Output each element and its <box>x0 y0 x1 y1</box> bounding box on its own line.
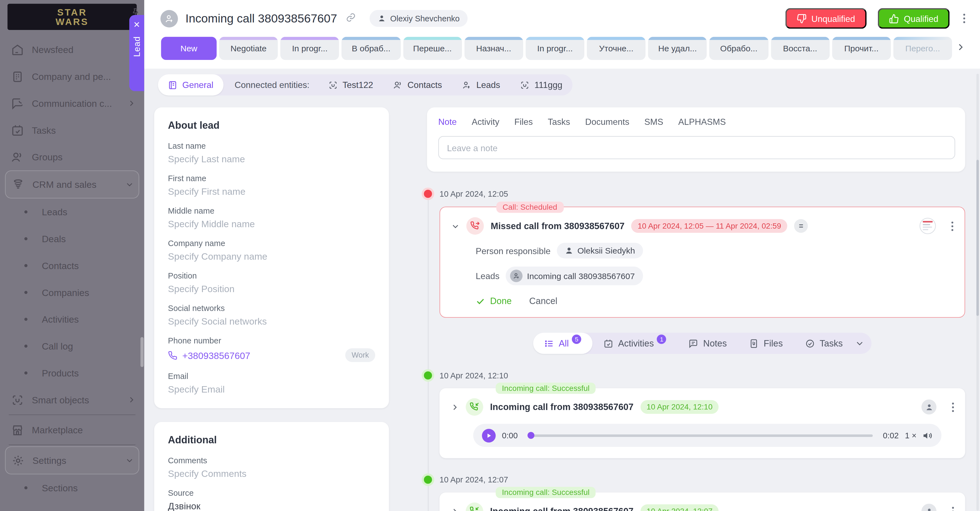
phone-number-link[interactable]: +380938567607 <box>168 350 250 360</box>
last-name-field[interactable]: Specify Last name <box>168 154 375 164</box>
filter-files[interactable]: Files <box>738 333 794 354</box>
sidebar-item-settings[interactable]: Settings <box>5 446 139 474</box>
lead-drawer-tab[interactable]: ✕ Lead <box>129 15 144 91</box>
done-button[interactable]: Done <box>476 296 512 306</box>
stage-chip[interactable]: Переше... <box>403 37 462 60</box>
sidebar-scrollbar[interactable] <box>140 337 143 367</box>
stage-chip[interactable]: Уточне... <box>587 37 646 60</box>
sidebar-item-tasks[interactable]: Tasks <box>0 117 144 144</box>
sidebar-item-marketplace[interactable]: Marketplace <box>0 416 144 443</box>
tab-sms[interactable]: SMS <box>644 117 663 127</box>
tab-files[interactable]: Files <box>514 117 533 127</box>
playback-speed[interactable]: 1 × <box>905 431 916 440</box>
filter-all[interactable]: All 5 <box>533 333 593 354</box>
filter-more-icon[interactable] <box>855 339 864 348</box>
first-name-field[interactable]: Specify First name <box>168 186 375 197</box>
sidebar-item-company-and-people[interactable]: Company and pe... <box>0 63 144 90</box>
tab-test122[interactable]: Test122 <box>318 74 383 96</box>
sidebar-item-contacts[interactable]: Contacts <box>0 252 144 279</box>
social-networks-field[interactable]: Specify Social networks <box>168 316 375 326</box>
lead-tab-label: Lead <box>132 37 142 57</box>
email-field[interactable]: Specify Email <box>168 384 375 395</box>
collapse-icon[interactable] <box>452 222 460 230</box>
tab-note[interactable]: Note <box>438 117 457 127</box>
lead-reference-chip[interactable]: Incoming call 380938567607 <box>506 267 643 285</box>
company-name-field[interactable]: Specify Company name <box>168 251 375 262</box>
tab-leads[interactable]: Leads <box>452 74 510 96</box>
sidebar-item-label: Marketplace <box>32 425 83 435</box>
funnel-layers-icon <box>12 178 24 191</box>
play-button[interactable] <box>482 428 496 443</box>
sidebar-item-communication[interactable]: Communication c... <box>0 90 144 117</box>
tab-documents[interactable]: Documents <box>585 117 629 127</box>
tab-general[interactable]: General <box>158 74 223 96</box>
smart-object-icon <box>328 80 338 89</box>
bullet-icon <box>24 345 27 348</box>
position-field[interactable]: Specify Position <box>168 283 375 294</box>
stage-chip[interactable]: Назнач... <box>464 37 523 60</box>
sidebar-item-leads[interactable]: Leads <box>0 199 144 226</box>
tab-label: 111ggg <box>535 80 562 90</box>
card-more-menu-icon[interactable] <box>952 402 954 412</box>
filter-activities[interactable]: Activities 1 <box>593 333 678 354</box>
qualified-button[interactable]: Qualified <box>878 8 950 29</box>
tab-activity[interactable]: Activity <box>472 117 500 127</box>
cancel-button[interactable]: Cancel <box>529 296 557 306</box>
stage-chip[interactable]: In progr... <box>525 37 584 60</box>
middle-name-field[interactable]: Specify Middle name <box>168 219 375 229</box>
sidebar-item-smart-objects[interactable]: Smart objects <box>0 387 144 413</box>
unqualified-button[interactable]: Unqualified <box>785 8 867 29</box>
tab-tasks[interactable]: Tasks <box>548 117 570 127</box>
source-field[interactable]: Дзвінок <box>168 501 375 511</box>
card-more-menu-icon[interactable] <box>952 506 954 511</box>
note-input[interactable] <box>438 136 955 159</box>
volume-icon[interactable] <box>923 430 933 440</box>
sidebar-item-products[interactable]: Products <box>0 360 144 387</box>
comments-field[interactable]: Specify Comments <box>168 468 375 479</box>
qualified-label: Qualified <box>904 13 938 23</box>
call-title: Missed call from 380938567607 <box>491 221 625 231</box>
sidebar-item-call-log[interactable]: Call log <box>0 333 144 360</box>
stage-chip[interactable]: В обраб... <box>342 37 401 60</box>
seek-slider[interactable] <box>528 434 873 437</box>
header-more-menu-icon[interactable] <box>963 14 965 23</box>
person-icon <box>925 403 933 411</box>
filter-tasks[interactable]: Tasks <box>794 333 854 354</box>
sidebar-item-groups[interactable]: Groups <box>0 144 144 170</box>
person-responsible-chip[interactable]: Oleksii Siedykh <box>557 243 643 258</box>
sidebar-item-crm-and-sales[interactable]: CRM and sales <box>5 170 139 198</box>
tab-alphasms[interactable]: ALPHASMS <box>678 117 726 127</box>
owner-chip[interactable]: Olexiy Shevchenko <box>369 10 468 27</box>
sidebar-item-newsfeed[interactable]: Newsfeed <box>0 37 144 63</box>
tab-contacts[interactable]: Contacts <box>383 74 452 96</box>
description-icon[interactable]: = <box>794 219 808 233</box>
window-scrollbar[interactable] <box>977 74 979 511</box>
sidebar-item-deals[interactable]: Deals <box>0 225 144 252</box>
person-name: Oleksii Siedykh <box>578 246 635 256</box>
workspace-logo[interactable]: STAR WARS <box>8 4 137 30</box>
stage-chip[interactable]: In progr... <box>280 37 339 60</box>
stage-chip[interactable]: Восста... <box>771 37 830 60</box>
sidebar-item-activities[interactable]: Activities <box>0 306 144 333</box>
sidebar-item-companies[interactable]: Companies <box>0 279 144 306</box>
sidebar-item-label: Companies <box>42 287 89 298</box>
expand-icon[interactable] <box>451 403 459 411</box>
close-icon[interactable]: ✕ <box>133 21 140 29</box>
tab-111ggg[interactable]: 111ggg <box>510 74 573 96</box>
stage-chip[interactable]: New <box>161 37 217 60</box>
stage-chip[interactable]: Не удал... <box>648 37 707 60</box>
stage-chip[interactable]: Negotiate <box>219 37 278 60</box>
stages-scroll-right-icon[interactable] <box>956 43 965 54</box>
timeline-date: 10 Apr 2024, 12:05 <box>439 189 508 198</box>
stage-chip[interactable]: Обрабо... <box>710 37 768 60</box>
calendar-icon <box>604 339 613 348</box>
card-more-menu-icon[interactable] <box>951 221 953 231</box>
sidebar-item-sections[interactable]: Sections <box>0 474 144 501</box>
attachment-preview[interactable] <box>920 218 936 234</box>
expand-icon[interactable] <box>451 507 459 511</box>
stage-chip[interactable]: Перего... <box>893 37 952 60</box>
field-label: First name <box>168 174 375 183</box>
stage-chip[interactable]: Прочит... <box>832 37 891 60</box>
copy-link-icon[interactable] <box>346 12 356 25</box>
filter-notes[interactable]: Notes <box>678 333 738 354</box>
